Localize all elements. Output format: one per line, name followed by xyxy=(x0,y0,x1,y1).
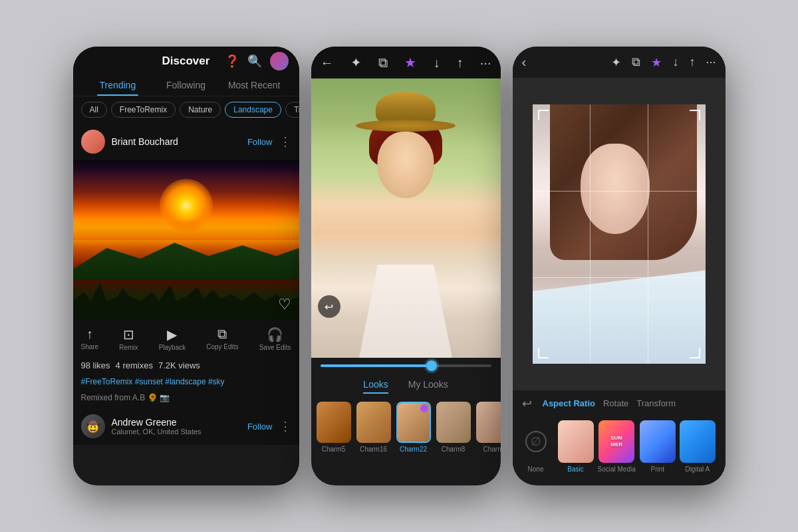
views-count: 7.2K views xyxy=(158,360,200,370)
shoulder-p3 xyxy=(533,260,706,364)
undo-button[interactable]: ↩ xyxy=(318,295,340,318)
face-element xyxy=(378,132,434,198)
share-action[interactable]: ↑ Share xyxy=(81,327,99,351)
ratio-basic-thumb xyxy=(558,420,594,463)
look-item-charm22[interactable]: Charm22 xyxy=(396,402,431,453)
post1-remixed: Remixed from A.B 🌻 📷 xyxy=(73,392,299,408)
ratio-social-media[interactable]: SUMMER Social Media xyxy=(598,420,636,473)
tab-trending[interactable]: Trending xyxy=(84,74,152,96)
compare-icon[interactable]: ⧉ xyxy=(378,55,388,70)
look-thumb-img-8 xyxy=(436,402,471,443)
crop-image-area xyxy=(513,78,726,390)
post2-follow-button[interactable]: Follow xyxy=(247,422,273,432)
back-arrow-icon[interactable]: ← xyxy=(321,55,334,70)
filter-all[interactable]: All xyxy=(81,102,107,118)
filter-landscape[interactable]: Landscape xyxy=(225,102,281,118)
aspect-ratio-panel: ↩ Aspect Ratio Rotate Transform ∅ None B… xyxy=(513,390,726,479)
sunset-scene xyxy=(73,160,299,320)
look-thumb-charm22 xyxy=(396,402,431,443)
crop-corner-br xyxy=(690,348,700,358)
ratio-basic[interactable]: Basic xyxy=(558,420,594,473)
sunset-horizon xyxy=(73,220,299,240)
look-label-charm5: Charm5 xyxy=(322,446,346,453)
main-tabs: Trending Following Most Recent xyxy=(84,74,289,96)
save-edits-action[interactable]: 🎧 Save Edits xyxy=(259,327,291,351)
copy-edits-action[interactable]: ⧉ Copy Edits xyxy=(206,327,238,351)
slider-thumb[interactable] xyxy=(426,360,437,371)
more-icon[interactable]: ··· xyxy=(480,55,491,70)
download-icon[interactable]: ↓ xyxy=(672,55,678,70)
playback-icon: ▶ xyxy=(167,327,177,342)
dress-element xyxy=(359,265,452,358)
premium-star-icon[interactable]: ★ xyxy=(651,55,662,70)
post2-more-button[interactable]: ⋮ xyxy=(279,419,291,434)
download-icon[interactable]: ↓ xyxy=(433,55,440,70)
ratio-print-label: Print xyxy=(650,466,664,473)
remix-action[interactable]: ⊡ Remix xyxy=(119,327,138,351)
ratio-none[interactable]: ∅ None xyxy=(518,420,554,473)
tab-looks[interactable]: Looks xyxy=(363,379,388,394)
magic-icon[interactable]: ✦ xyxy=(611,55,621,70)
playback-action[interactable]: ▶ Playback xyxy=(159,327,186,351)
ratio-list: ∅ None Basic SUMMER Social Media Print xyxy=(513,416,726,479)
slider-area xyxy=(311,358,501,374)
look-item-charm5[interactable]: Charm5 xyxy=(317,402,351,453)
magic-wand-icon[interactable]: ✦ xyxy=(350,55,362,70)
look-thumb-charm8 xyxy=(436,402,471,443)
look-label-charm22: Charm22 xyxy=(400,446,427,453)
discover-header: Discover ❓ 🔍 Trending Following Most Rec… xyxy=(73,47,299,96)
filter-pills: All FreeToRemix Nature Landscape Travel xyxy=(73,96,299,123)
user-avatar-icon[interactable] xyxy=(270,52,289,70)
post2-header: 🤠 Andrew Greene Calumet, OK, United Stat… xyxy=(73,408,299,445)
look-label-charm8: Charm8 xyxy=(442,446,466,453)
remixes-count: 4 remixes xyxy=(116,360,153,370)
filter-freetoremix[interactable]: FreeToRemix xyxy=(111,102,176,118)
filter-travel[interactable]: Travel xyxy=(285,102,299,118)
adjustment-slider[interactable] xyxy=(321,364,491,367)
remix-icon: ⊡ xyxy=(123,327,134,342)
copy-edits-icon: ⧉ xyxy=(217,327,227,342)
more-icon[interactable]: ··· xyxy=(706,55,716,70)
help-icon[interactable]: ❓ xyxy=(225,54,239,68)
export-icon[interactable]: ↑ xyxy=(457,55,464,70)
ratio-print[interactable]: Print xyxy=(640,420,676,473)
ratio-digital-thumb xyxy=(680,420,716,463)
look-thumb-img xyxy=(317,402,351,443)
ratio-digital[interactable]: Digital A xyxy=(680,420,716,473)
post1-actions: ↑ Share ⊡ Remix ▶ Playback ⧉ Copy Edits … xyxy=(73,320,299,358)
tab-my-looks[interactable]: My Looks xyxy=(408,379,448,394)
share-icon: ↑ xyxy=(86,327,93,342)
phones-container: Discover ❓ 🔍 Trending Following Most Rec… xyxy=(73,47,726,485)
heart-button[interactable]: ♡ xyxy=(278,296,291,313)
crop-corner-bl xyxy=(538,348,549,358)
share-label: Share xyxy=(81,343,99,350)
look-item-charm8[interactable]: Charm8 xyxy=(436,402,471,453)
tab-most-recent[interactable]: Most Recent xyxy=(220,74,289,96)
compare-icon[interactable]: ⧉ xyxy=(632,55,640,70)
search-icon[interactable]: 🔍 xyxy=(247,54,262,68)
tab-aspect-ratio[interactable]: Aspect Ratio xyxy=(543,396,603,411)
face-p3 xyxy=(581,144,650,235)
filter-nature[interactable]: Nature xyxy=(180,102,221,118)
look-item-charm-last[interactable]: Charm xyxy=(476,402,501,453)
post1-header: Briant Bouchard Follow ⋮ xyxy=(73,123,299,160)
premium-star-icon[interactable]: ★ xyxy=(404,55,416,70)
crop-photo xyxy=(533,104,706,364)
look-item-charm16[interactable]: Charm16 xyxy=(356,402,391,453)
tab-rotate[interactable]: Rotate xyxy=(603,396,636,411)
ratio-digital-label: Digital A xyxy=(685,466,710,473)
export-icon[interactable]: ↑ xyxy=(689,55,695,70)
hat-element xyxy=(366,92,446,132)
remix-label: Remix xyxy=(119,344,138,351)
hat-brim xyxy=(356,120,456,132)
save-edits-icon: 🎧 xyxy=(267,327,283,342)
tab-transform[interactable]: Transform xyxy=(636,396,684,411)
back-button[interactable]: ‹ xyxy=(522,55,527,70)
post1-avatar xyxy=(81,130,105,154)
post1-follow-button[interactable]: Follow xyxy=(247,137,273,147)
post1-more-button[interactable]: ⋮ xyxy=(279,134,291,149)
tab-following[interactable]: Following xyxy=(152,74,220,96)
post1-username: Briant Bouchard xyxy=(112,136,241,147)
panel-back-button[interactable]: ↩ xyxy=(522,396,532,411)
post1-tags[interactable]: #FreeToRemix #sunset #landscape #sky xyxy=(73,374,299,392)
